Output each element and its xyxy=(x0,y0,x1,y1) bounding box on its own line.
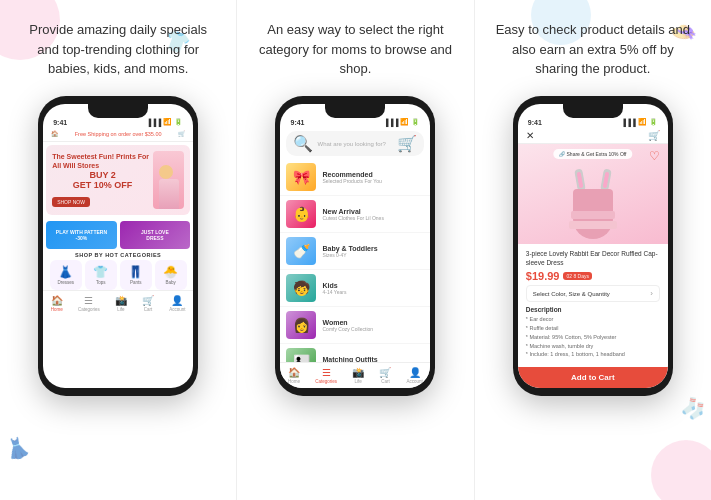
signal2-icon: ▐▐▐ xyxy=(384,119,399,126)
nav2-home-label: Home xyxy=(288,379,300,384)
nav2-account-icon: 👤 xyxy=(409,367,421,378)
banner-play-pattern[interactable]: PLAY WITH PATTERN -30% xyxy=(46,221,117,249)
phone1-hero-content: The Sweetest Fun! Prints For All Will St… xyxy=(52,152,153,208)
phone1-bottom-nav: 🏠 Home ☰ Categories 📸 Life 🛒 Cart xyxy=(43,290,193,316)
cat-dresses[interactable]: 👗 Dresses xyxy=(50,260,82,290)
phone1-time: 9:41 xyxy=(53,119,67,126)
cat-info-baby: Baby & Toddlers Sizes 0-4Y xyxy=(322,245,424,258)
cat-thumb-new-arrival: 👶 xyxy=(286,200,316,228)
shop-now-button[interactable]: SHOP NOW xyxy=(52,197,90,207)
cat-baby[interactable]: 🐣 Baby xyxy=(155,260,187,290)
list-item[interactable]: 👨‍👧 Matching Outfits Match With Your Lit… xyxy=(280,344,430,362)
cat-tops[interactable]: 👕 Tops xyxy=(85,260,117,290)
nav-home[interactable]: 🏠 Home xyxy=(51,295,63,312)
phone1-hero[interactable]: The Sweetest Fun! Prints For All Will St… xyxy=(46,145,190,215)
cat-thumb-women: 👩 xyxy=(286,311,316,339)
phone1-status-icons: ▐▐▐ 📶 🔋 xyxy=(146,118,183,126)
nav-account[interactable]: 👤 Account xyxy=(169,295,185,312)
list-item[interactable]: 👶 New Arrival Cutest Clothes For Lil One… xyxy=(280,196,430,233)
panel-shopping: Provide amazing daily specials and top-t… xyxy=(0,0,237,500)
cat-name-women: Women xyxy=(322,319,424,326)
nav2-cart-icon: 🛒 xyxy=(379,367,391,378)
nav2-account-label: Account xyxy=(407,379,423,384)
phone2-status-icons: ▐▐▐ 📶 🔋 xyxy=(384,118,421,126)
app-container: 👕 👗 🧦 👒 Provide amazing daily specials a… xyxy=(0,0,711,500)
heart-icon[interactable]: ♡ xyxy=(649,149,660,163)
free-shipping-text: Free Shipping on order over $35.00 xyxy=(75,131,162,137)
cat-thumb-recommended: 🎀 xyxy=(286,163,316,191)
phone1-banners: PLAY WITH PATTERN -30% JUST LOVE DRESS xyxy=(43,221,193,249)
battery-icon: 🔋 xyxy=(174,118,183,126)
desc-item: * Machine wash, tumble dry xyxy=(526,342,660,351)
nav2-cat-label: Categories xyxy=(315,379,337,384)
close-icon[interactable]: ✕ xyxy=(526,130,534,141)
cat-thumb-baby: 🍼 xyxy=(286,237,316,265)
product-info: 3-piece Lovely Rabbit Ear Decor Ruffled … xyxy=(518,244,668,367)
add-to-cart-button[interactable]: Add to Cart xyxy=(518,367,668,388)
nav-home-label: Home xyxy=(51,307,63,312)
panel-category: An easy way to select the right category… xyxy=(237,0,474,500)
phone2-time: 9:41 xyxy=(290,119,304,126)
phone1: 9:41 ▐▐▐ 📶 🔋 🏠 Free Shipping on order ov… xyxy=(38,96,198,396)
topbar-cart-icon[interactable]: 🛒 xyxy=(648,130,660,141)
phone3: 9:41 ▐▐▐ 📶 🔋 ✕ 🛒 🔗 Share & xyxy=(513,96,673,396)
nav-categories[interactable]: ☰ Categories xyxy=(78,295,100,312)
nav-cart-label: Cart xyxy=(144,307,153,312)
price-main: $19.99 xyxy=(526,270,560,282)
battery3-icon: 🔋 xyxy=(649,118,658,126)
list-item[interactable]: 🍼 Baby & Toddlers Sizes 0-4Y xyxy=(280,233,430,270)
nav2-life[interactable]: 📸 Life xyxy=(352,367,364,384)
panel-product: Easy to check product details and also e… xyxy=(475,0,711,500)
nav-cart[interactable]: 🛒 Cart xyxy=(142,295,154,312)
search-icon: 🔍 xyxy=(293,134,313,153)
nav-life-label: Life xyxy=(117,307,124,312)
panel1-description: Provide amazing daily specials and top-t… xyxy=(10,20,226,80)
panel3-description: Easy to check product details and also e… xyxy=(485,20,701,80)
phone1-categories-grid: 👗 Dresses 👕 Tops 👖 Pants 🐣 Baby xyxy=(43,260,193,290)
cat-info-recommended: Recommended Selected Products For You xyxy=(322,171,424,184)
cat-info-new-arrival: New Arrival Cutest Clothes For Lil Ones xyxy=(322,208,424,221)
nav2-life-label: Life xyxy=(355,379,362,384)
nav-account-label: Account xyxy=(169,307,185,312)
battery2-icon: 🔋 xyxy=(411,118,420,126)
nav2-account[interactable]: 👤 Account xyxy=(407,367,423,384)
product-select[interactable]: Select Color, Size & Quantity › xyxy=(526,285,660,302)
nav2-cart[interactable]: 🛒 Cart xyxy=(379,367,391,384)
cat-sub-new-arrival: Cutest Clothes For Lil Ones xyxy=(322,215,424,221)
category-list: 🎀 Recommended Selected Products For You … xyxy=(280,159,430,362)
product-price: $19.99 02 8 Days xyxy=(526,270,660,282)
banner-just-love[interactable]: JUST LOVE DRESS xyxy=(120,221,191,249)
cat-info-women: Women Comfy Cozy Collection xyxy=(322,319,424,332)
list-item[interactable]: 🎀 Recommended Selected Products For You xyxy=(280,159,430,196)
nav2-categories[interactable]: ☰ Categories xyxy=(315,367,337,384)
sold-badge: 02 8 Days xyxy=(563,272,592,280)
cat-sub-women: Comfy Cozy Collection xyxy=(322,326,424,332)
nav-life[interactable]: 📸 Life xyxy=(115,295,127,312)
cat-sub-kids: 4-14 Years xyxy=(322,289,424,295)
share-badge[interactable]: 🔗 Share & Get Extra 10% Off xyxy=(553,149,632,159)
nav-life-icon: 📸 xyxy=(115,295,127,306)
cat-pants[interactable]: 👖 Pants xyxy=(120,260,152,290)
nav2-home[interactable]: 🏠 Home xyxy=(288,367,300,384)
list-item[interactable]: 👩 Women Comfy Cozy Collection xyxy=(280,307,430,344)
description-title: Description xyxy=(526,306,660,313)
phone3-status-icons: ▐▐▐ 📶 🔋 xyxy=(621,118,658,126)
cat-label-top: Tops xyxy=(96,280,106,285)
nav2-home-icon: 🏠 xyxy=(288,367,300,378)
wifi3-icon: 📶 xyxy=(638,118,647,126)
home-icon: 🏠 xyxy=(51,130,58,137)
cat-icon-pant: 👖 xyxy=(128,265,143,279)
cart-icon[interactable]: 🛒 xyxy=(178,130,185,137)
search-cart-icon[interactable]: 🛒 xyxy=(397,134,417,153)
nav2-cart-label: Cart xyxy=(381,379,390,384)
product-title: 3-piece Lovely Rabbit Ear Decor Ruffled … xyxy=(526,249,660,267)
nav2-life-icon: 📸 xyxy=(352,367,364,378)
list-item[interactable]: 🧒 Kids 4-14 Years xyxy=(280,270,430,307)
phone2-search-bar[interactable]: 🔍 What are you looking for? 🛒 xyxy=(286,131,424,156)
cat-icon-baby: 🐣 xyxy=(163,265,178,279)
cat-label-baby: Baby xyxy=(166,280,176,285)
hero-offer-line1: BUY 2 GET 10% OFF xyxy=(52,170,153,190)
cat-thumb-kids: 🧒 xyxy=(286,274,316,302)
select-arrow-icon: › xyxy=(650,289,653,298)
cat-name-recommended: Recommended xyxy=(322,171,424,178)
